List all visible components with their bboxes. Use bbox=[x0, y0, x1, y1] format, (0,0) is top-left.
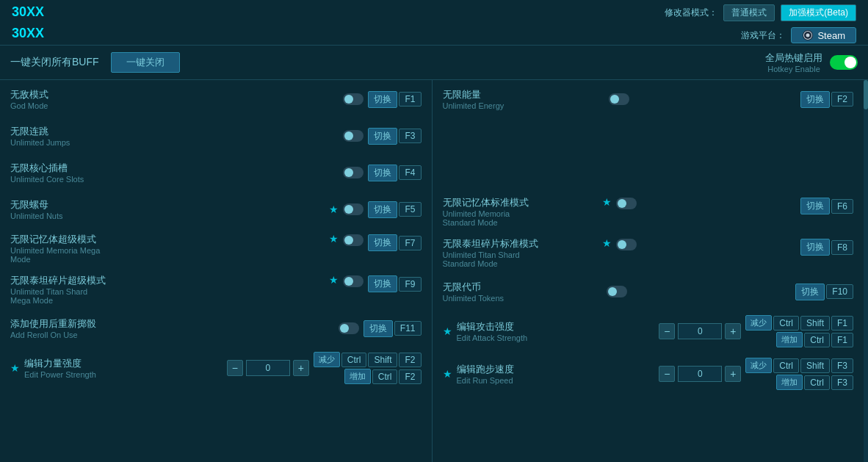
list-item: 无限记忆体标准模式 Unlimited MemoriaStandard Mode… bbox=[443, 196, 854, 227]
switch-btn[interactable]: 切换 bbox=[368, 165, 397, 181]
close-all-button[interactable]: 一键关闭 bbox=[111, 52, 180, 73]
cheat-toggle[interactable] bbox=[343, 234, 364, 246]
hotkey-btn[interactable]: F5 bbox=[399, 202, 421, 217]
cheat-name: 无限记忆体标准模式 bbox=[443, 196, 598, 209]
cheat-toggle[interactable] bbox=[609, 93, 629, 105]
key-shift[interactable]: Shift bbox=[368, 353, 397, 367]
cheat-toggle[interactable] bbox=[343, 93, 364, 105]
decrease-btn[interactable]: − bbox=[659, 323, 675, 339]
increase-btn[interactable]: + bbox=[293, 360, 309, 376]
increase-label-btn[interactable]: 增加 bbox=[344, 369, 371, 384]
key-f3[interactable]: F3 bbox=[831, 358, 853, 373]
switch-btn[interactable]: 切换 bbox=[795, 284, 825, 300]
key-ctrl[interactable]: Ctrl bbox=[773, 316, 799, 331]
switch-btn[interactable]: 切换 bbox=[800, 91, 830, 108]
cheat-name: 编辑攻击强度 bbox=[457, 320, 655, 333]
value-input[interactable] bbox=[678, 366, 722, 382]
cheat-name: 无限核心插槽 bbox=[10, 162, 339, 175]
list-item: ★ 编辑跑步速度 Edit Run Speed − + 减少 Ctrl Shif… bbox=[443, 358, 854, 390]
key-ctrl[interactable]: Ctrl bbox=[773, 358, 799, 373]
decrease-btn[interactable]: − bbox=[227, 360, 243, 376]
switch-btn[interactable]: 切换 bbox=[368, 201, 397, 218]
switch-btn[interactable]: 切换 bbox=[368, 128, 397, 145]
hotkey-btn[interactable]: F9 bbox=[399, 277, 421, 292]
hotkey-btn[interactable]: F11 bbox=[394, 321, 422, 336]
value-input[interactable] bbox=[678, 323, 722, 339]
key-shift[interactable]: Shift bbox=[800, 316, 830, 331]
reduce-btn[interactable]: 减少 bbox=[745, 358, 772, 373]
key-shift[interactable]: Shift bbox=[800, 358, 830, 373]
increase-btn[interactable]: + bbox=[725, 323, 741, 339]
key-f1b[interactable]: F1 bbox=[831, 333, 853, 347]
decrease-btn[interactable]: − bbox=[659, 366, 675, 382]
list-item: 无限代币 Unlimited Tokens 切换 F10 bbox=[443, 278, 854, 305]
mode-normal-btn[interactable]: 普通模式 bbox=[723, 4, 775, 21]
svg-point-1 bbox=[806, 34, 810, 37]
star-icon: ★ bbox=[443, 325, 452, 337]
scrollbar[interactable] bbox=[864, 80, 868, 462]
cheat-en: Unlimited Memoria MegaMode bbox=[10, 246, 325, 264]
hotkey-toggle[interactable] bbox=[830, 55, 858, 70]
cheat-name: 无限记忆体超级模式 bbox=[10, 233, 325, 246]
mode-enhanced-btn[interactable]: 加强模式(Beta) bbox=[781, 4, 856, 21]
key-ctrl2[interactable]: Ctrl bbox=[372, 369, 398, 384]
hotkey-btn[interactable]: F3 bbox=[399, 129, 421, 143]
cheat-en: Edit Attack Strength bbox=[457, 333, 655, 342]
list-item: 无限泰坦碎片标准模式 Unlimited Titan ShardStandard… bbox=[443, 237, 854, 268]
switch-btn[interactable]: 切换 bbox=[800, 198, 830, 214]
key-f1[interactable]: F1 bbox=[831, 316, 853, 331]
key-ctrl[interactable]: Ctrl bbox=[341, 353, 367, 367]
star-icon: ★ bbox=[329, 233, 339, 245]
cheat-en: Unlimited Jumps bbox=[10, 138, 339, 147]
hotkey-btn[interactable]: F7 bbox=[399, 236, 421, 250]
list-item: 无限连跳 Unlimited Jumps 切换 F3 bbox=[10, 123, 422, 149]
increase-btn[interactable]: + bbox=[725, 366, 741, 382]
app-title-top: 30XX bbox=[12, 4, 44, 20]
key-ctrl2[interactable]: Ctrl bbox=[804, 375, 830, 390]
cheat-toggle[interactable] bbox=[343, 275, 364, 287]
cheat-toggle[interactable] bbox=[343, 130, 364, 142]
switch-btn[interactable]: 切换 bbox=[800, 239, 830, 256]
list-item: 无限能量 Unlimited Energy 切换 F2 bbox=[443, 86, 854, 112]
key-ctrl2[interactable]: Ctrl bbox=[804, 333, 830, 347]
cheat-en: Unlimited MemoriaStandard Mode bbox=[443, 209, 598, 227]
steam-btn[interactable]: Steam bbox=[791, 27, 856, 43]
platform-label: 游戏平台： bbox=[741, 29, 785, 42]
hotkey-btn[interactable]: F8 bbox=[831, 240, 853, 255]
hotkey-btn[interactable]: F10 bbox=[826, 284, 853, 299]
list-item: ★ 编辑攻击强度 Edit Attack Strength − + 减少 Ctr… bbox=[443, 315, 854, 347]
switch-btn[interactable]: 切换 bbox=[368, 234, 397, 251]
cheat-toggle[interactable] bbox=[343, 203, 364, 215]
switch-btn[interactable]: 切换 bbox=[368, 91, 397, 108]
star-icon: ★ bbox=[10, 362, 20, 374]
key-f3b[interactable]: F3 bbox=[831, 375, 853, 390]
cheat-name: 编辑跑步速度 bbox=[457, 363, 655, 376]
switch-btn[interactable]: 切换 bbox=[364, 320, 393, 337]
key-f2b[interactable]: F2 bbox=[399, 369, 421, 384]
reduce-btn[interactable]: 减少 bbox=[745, 315, 772, 331]
cheat-toggle[interactable] bbox=[616, 198, 637, 209]
cheat-en: Edit Power Strength bbox=[24, 370, 223, 379]
cheat-name: 无限连跳 bbox=[10, 125, 339, 138]
reduce-btn[interactable]: 减少 bbox=[314, 352, 340, 367]
value-input[interactable] bbox=[246, 360, 290, 376]
cheat-en: Unlimited Core Slots bbox=[10, 175, 339, 184]
switch-btn[interactable]: 切换 bbox=[368, 275, 397, 292]
hotkey-btn[interactable]: F2 bbox=[831, 92, 853, 107]
steam-icon bbox=[802, 29, 814, 41]
cheat-toggle[interactable] bbox=[343, 167, 364, 178]
increase-label-btn[interactable]: 增加 bbox=[776, 375, 803, 390]
right-panel: 无限能量 Unlimited Energy 切换 F2 无限记忆体标准模式 Un… bbox=[433, 80, 864, 462]
cheat-name: 无限能量 bbox=[443, 88, 605, 101]
key-f2[interactable]: F2 bbox=[399, 353, 421, 367]
cheat-toggle[interactable] bbox=[607, 286, 627, 297]
cheat-toggle[interactable] bbox=[616, 239, 637, 250]
hotkey-btn[interactable]: F1 bbox=[399, 92, 421, 107]
increase-label-btn[interactable]: 增加 bbox=[776, 332, 803, 347]
cheat-name: 添加使用后重新掷骰 bbox=[10, 317, 334, 331]
hotkey-btn[interactable]: F6 bbox=[831, 199, 853, 214]
cheat-toggle[interactable] bbox=[339, 322, 359, 334]
hotkey-btn[interactable]: F4 bbox=[399, 165, 421, 180]
hotkey-sublabel: Hotkey Enable bbox=[765, 65, 822, 73]
star-icon: ★ bbox=[602, 196, 612, 208]
